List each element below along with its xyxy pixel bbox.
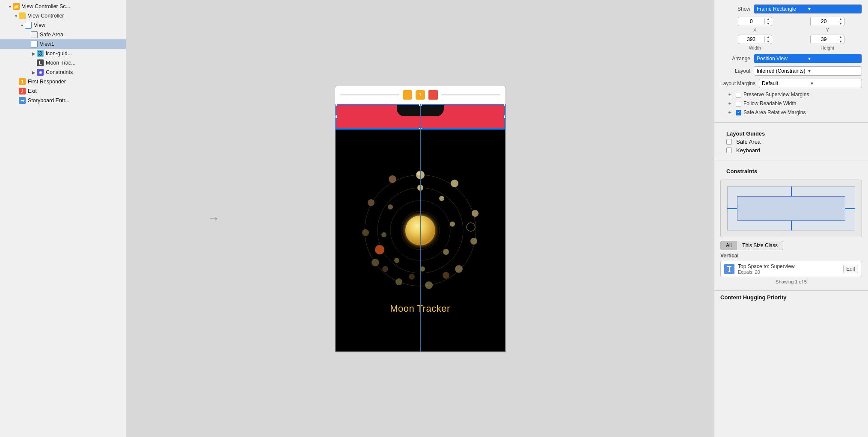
svg-point-10: [425, 281, 433, 289]
constraint-edit-button[interactable]: Edit: [843, 265, 858, 273]
x-value: 0: [738, 18, 765, 24]
dropdown-arrow-icon: ▾: [808, 6, 859, 12]
show-section: Show Frame Rectangle ▾ 0 ▲ ▼ X 2: [714, 0, 868, 123]
tab-this-size[interactable]: This Size Class: [737, 241, 783, 250]
height-down-arrow[interactable]: ▼: [837, 39, 844, 44]
x-label: X: [753, 27, 756, 32]
tree-item-vc-scene[interactable]: ▾ 📁 View Controller Sc...: [0, 2, 126, 11]
tree-item-vc[interactable]: ▾ View Controller: [0, 11, 126, 21]
device-container: 1: [335, 85, 506, 352]
showing-text: Showing 1 of 5: [720, 279, 862, 284]
device-header: 1: [335, 85, 506, 104]
svg-point-14: [368, 199, 375, 206]
height-stepper[interactable]: ▲ ▼: [837, 35, 844, 44]
svg-point-24: [443, 272, 449, 279]
preserve-superview-text: Preserve Superview Margins: [743, 92, 809, 97]
height-value: 39: [811, 36, 837, 42]
main-canvas[interactable]: → 1: [126, 0, 714, 437]
handle-tl: [335, 104, 337, 106]
x-up-arrow[interactable]: ▲: [765, 17, 772, 21]
show-row: Show Frame Rectangle ▾: [720, 4, 862, 14]
svg-point-11: [395, 278, 402, 285]
header-icon-number: 1: [416, 90, 425, 100]
y-down-arrow[interactable]: ▼: [837, 21, 844, 26]
content-hugging-title: Content Hugging Priority: [714, 291, 868, 302]
layout-margins-value: Default: [762, 80, 810, 86]
x-stepper[interactable]: ▲ ▼: [765, 17, 772, 26]
layout-label: Layout: [720, 68, 750, 74]
arrange-dropdown[interactable]: Position View ▾: [754, 54, 862, 63]
svg-point-7: [472, 210, 479, 217]
constraint-line-left: [727, 208, 737, 209]
layout-dropdown[interactable]: Inferred (Constraints) ▾: [754, 66, 862, 76]
svg-point-19: [443, 249, 449, 255]
constraint-detail: Equals: 20: [738, 269, 840, 275]
svg-point-25: [409, 274, 415, 280]
keyboard-guide-row: Keyboard: [720, 147, 862, 154]
y-group: 20 ▲ ▼ Y: [793, 17, 862, 32]
layout-margins-row: Layout Margins Default ▾: [720, 79, 862, 88]
constraint-text: Top Space to: Superview Equals: 20: [738, 263, 840, 275]
safe-area-icon: [31, 31, 38, 38]
width-label: Width: [749, 45, 761, 50]
x-down-arrow[interactable]: ▼: [765, 21, 772, 26]
tab-all[interactable]: All: [720, 241, 737, 250]
exit-icon: ⤴: [19, 88, 26, 94]
plus-icon-preserve[interactable]: +: [726, 91, 733, 98]
safe-area-margins-text: Safe Area Relative Margins: [743, 109, 806, 115]
handle-tr: [503, 104, 506, 106]
preserve-superview-checkbox[interactable]: [736, 92, 741, 97]
y-value: 20: [811, 18, 837, 24]
size-class-tabs: All This Size Class: [720, 241, 862, 250]
preserve-superview-label: Preserve Superview Margins: [736, 92, 809, 97]
folder-icon: 📁: [13, 3, 20, 10]
tree-item-exit[interactable]: ⤴ Exit: [0, 86, 126, 96]
layout-row: Layout Inferred (Constraints) ▾: [720, 66, 862, 76]
tree-item-constraints[interactable]: ▶ ⊞ Constraints: [0, 68, 126, 77]
tree-item-icon-guide[interactable]: ▶ 🖼 icon-guid...: [0, 49, 126, 58]
tree-item-view1[interactable]: View1: [0, 39, 126, 49]
layout-margins-dropdown[interactable]: Default ▾: [759, 79, 862, 88]
svg-point-22: [381, 232, 386, 237]
view-icon: [25, 22, 32, 29]
tree-label-vc-scene: View Controller Sc...: [22, 3, 70, 9]
width-up-arrow[interactable]: ▲: [765, 35, 772, 39]
storyboard-arrow: →: [208, 212, 220, 225]
tree-item-view[interactable]: ▾ View: [0, 21, 126, 30]
width-stepper[interactable]: ▲ ▼: [765, 35, 772, 44]
tree-item-first-responder[interactable]: 1 First Responder: [0, 77, 126, 86]
plus-icon-safe[interactable]: +: [726, 109, 733, 116]
label-icon: L: [37, 59, 44, 66]
wh-row: 393 ▲ ▼ Width 39 ▲ ▼ Height: [720, 35, 862, 50]
y-up-arrow[interactable]: ▲: [837, 17, 844, 21]
plus-icon-follow[interactable]: +: [726, 100, 733, 107]
keyboard-guide-checkbox[interactable]: [726, 148, 732, 153]
width-down-arrow[interactable]: ▼: [765, 39, 772, 44]
x-group: 0 ▲ ▼ X: [720, 17, 790, 32]
chevron-icon: ▾: [19, 23, 25, 28]
chevron-icon: ▶: [31, 51, 37, 56]
header-icon-red: [428, 90, 438, 100]
tree-item-storyboard-entry[interactable]: ➡ Storyboard Entr...: [0, 96, 126, 105]
constraints-icon: ⊞: [37, 69, 44, 76]
preserve-superview-row: + Preserve Superview Margins: [720, 91, 862, 98]
svg-point-12: [372, 259, 379, 266]
constraint-arrow-icon: [726, 266, 733, 272]
tree-item-moon-trac[interactable]: L Moon Trac...: [0, 58, 126, 68]
x-input[interactable]: 0 ▲ ▼: [738, 17, 772, 26]
show-dropdown[interactable]: Frame Rectangle ▾: [754, 4, 862, 14]
tree-item-safe-area[interactable]: Safe Area: [0, 30, 126, 39]
svg-point-23: [388, 204, 393, 210]
first-responder-icon: 1: [19, 78, 26, 85]
safe-area-guide-checkbox[interactable]: [726, 139, 732, 145]
y-stepper[interactable]: ▲ ▼: [837, 17, 844, 26]
xy-row: 0 ▲ ▼ X 20 ▲ ▼ Y: [720, 17, 862, 32]
height-input[interactable]: 39 ▲ ▼: [810, 35, 844, 44]
width-input[interactable]: 393 ▲ ▼: [738, 35, 772, 44]
svg-point-21: [394, 258, 399, 263]
follow-readable-checkbox[interactable]: [736, 101, 741, 106]
height-up-arrow[interactable]: ▲: [837, 35, 844, 39]
y-input[interactable]: 20 ▲ ▼: [810, 17, 844, 26]
safe-area-margins-checkbox[interactable]: ✓: [736, 110, 741, 115]
constraints-diagram: [720, 180, 862, 237]
